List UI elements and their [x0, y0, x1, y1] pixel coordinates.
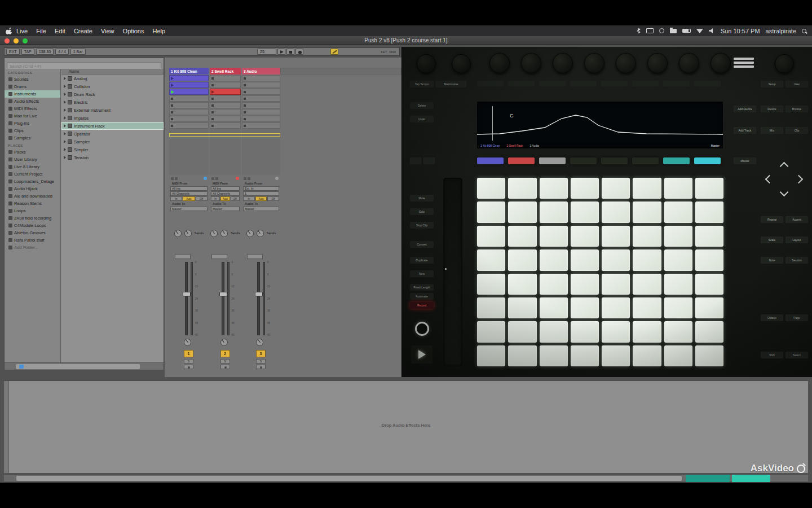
send-b-knob[interactable]: [184, 230, 192, 237]
category-row[interactable]: Samples: [5, 134, 60, 142]
category-row[interactable]: Instruments: [5, 90, 60, 98]
category-row[interactable]: Drums: [5, 83, 60, 90]
transport-field[interactable]: EXT: [6, 49, 20, 55]
menu-item[interactable]: File: [36, 28, 46, 34]
send-a-knob[interactable]: [174, 230, 182, 237]
clip-slot[interactable]: [242, 116, 280, 122]
menu-item[interactable]: Live: [16, 28, 28, 34]
stop-button[interactable]: [286, 49, 294, 55]
category-row[interactable]: MIDI Effects: [5, 105, 60, 112]
monitor-in[interactable]: In: [211, 196, 220, 201]
disclosure-triangle-icon[interactable]: [64, 116, 66, 120]
monitor-off[interactable]: Off: [196, 196, 208, 201]
display-icon[interactable]: [646, 28, 654, 33]
clip-slot[interactable]: [210, 95, 241, 102]
place-row[interactable]: Reason Stems: [5, 200, 60, 207]
battery-icon[interactable]: [682, 29, 691, 33]
disclosure-triangle-icon[interactable]: [64, 148, 66, 151]
name-column-header[interactable]: Name: [61, 69, 164, 75]
monitor-in[interactable]: In: [170, 196, 182, 201]
disclosure-triangle-icon[interactable]: [64, 77, 66, 80]
send-a-knob[interactable]: [210, 230, 218, 237]
clip-slot[interactable]: [169, 89, 209, 95]
draw-mode-button[interactable]: [330, 49, 338, 55]
monitor-off[interactable]: Off: [231, 196, 240, 201]
monitor-in[interactable]: In: [243, 196, 255, 201]
disclosure-triangle-icon[interactable]: [64, 140, 66, 143]
output-routing-chooser[interactable]: Master: [211, 207, 240, 211]
clip-slot[interactable]: [242, 82, 280, 88]
monitor-auto[interactable]: Auto: [183, 196, 195, 201]
input-routing-chooser[interactable]: All Ins: [211, 186, 240, 191]
send-b-knob[interactable]: [257, 230, 264, 237]
device-row[interactable]: Instrument Rack: [61, 122, 164, 130]
send-a-knob[interactable]: [246, 230, 254, 237]
menu-item[interactable]: Options: [123, 28, 144, 34]
device-row[interactable]: Tension: [61, 154, 164, 161]
clip-slot[interactable]: [169, 75, 209, 81]
track-activator[interactable]: 3: [256, 350, 266, 357]
menu-item[interactable]: View: [101, 28, 114, 34]
input-routing-chooser[interactable]: All Ins: [170, 186, 208, 191]
solo-button[interactable]: S: [256, 359, 266, 364]
clip-slot[interactable]: [210, 122, 241, 129]
pan-knob[interactable]: [256, 339, 263, 346]
track-activator[interactable]: 1: [184, 350, 193, 357]
transport-field[interactable]: TAP: [21, 49, 34, 55]
clip-slot[interactable]: [242, 109, 280, 115]
apple-menu-icon[interactable]: [6, 27, 13, 34]
place-row[interactable]: Ableton Grooves: [5, 229, 60, 237]
monitor-auto[interactable]: Auto: [255, 196, 267, 201]
monitor-off[interactable]: Off: [267, 196, 279, 201]
volume-value[interactable]: [211, 254, 227, 259]
clip-slot[interactable]: [242, 89, 280, 95]
device-row[interactable]: Electric: [61, 98, 164, 106]
track-activator[interactable]: 2: [220, 350, 230, 357]
volume-icon[interactable]: [709, 28, 715, 33]
track-header[interactable]: 1 Kit-808 Clean: [169, 68, 209, 75]
device-row[interactable]: Simpler: [61, 146, 164, 154]
zoom-button[interactable]: [23, 38, 28, 43]
send-b-knob[interactable]: [220, 230, 228, 237]
disclosure-triangle-icon[interactable]: [64, 108, 66, 112]
menu-item[interactable]: Help: [153, 28, 166, 34]
transport-field[interactable]: 4 / 4: [55, 49, 69, 55]
bluetooth-icon[interactable]: [637, 28, 641, 34]
scrollbar-thumb[interactable]: [16, 476, 682, 481]
clip-slot[interactable]: [169, 82, 209, 88]
clip-slot[interactable]: [210, 102, 241, 108]
input-channel-chooser[interactable]: All Channels: [170, 191, 208, 196]
device-row[interactable]: External Instrument: [61, 106, 164, 114]
clip-slot[interactable]: [210, 75, 241, 81]
arm-button[interactable]: [184, 365, 193, 369]
place-row[interactable]: User Library: [5, 156, 60, 163]
fader-handle[interactable]: [255, 292, 263, 296]
input-channel-chooser[interactable]: 1: [243, 191, 279, 196]
category-row[interactable]: Plug-ins: [5, 120, 60, 127]
device-row[interactable]: Sampler: [61, 138, 164, 146]
device-row[interactable]: Operator: [61, 130, 164, 138]
disclosure-triangle-icon[interactable]: [64, 156, 66, 159]
volume-fader[interactable]: [185, 262, 188, 335]
category-row[interactable]: Max for Live: [5, 112, 60, 120]
record-button[interactable]: [295, 49, 303, 55]
device-row[interactable]: Impulse: [61, 114, 164, 122]
clip-slot[interactable]: [169, 116, 209, 122]
browser-scrollbar-thumb[interactable]: [16, 364, 140, 369]
clip-slot[interactable]: [169, 122, 209, 129]
folder-icon[interactable]: [670, 29, 677, 33]
solo-button[interactable]: S: [220, 359, 230, 364]
category-row[interactable]: Audio Effects: [5, 98, 60, 105]
disclosure-triangle-icon[interactable]: [64, 85, 66, 88]
disclosure-triangle-icon[interactable]: [64, 100, 66, 104]
transport-field[interactable]: 1 Bar: [70, 49, 86, 55]
clip-slot[interactable]: [242, 95, 280, 102]
track-header[interactable]: 3 Audio: [242, 68, 280, 75]
clip-slot[interactable]: [169, 109, 209, 115]
device-row[interactable]: Drum Rack: [61, 90, 164, 98]
place-row[interactable]: 2Rull field recording: [5, 214, 60, 222]
clip-slot[interactable]: [242, 102, 280, 108]
wifi-icon[interactable]: [696, 28, 703, 33]
minimize-button[interactable]: [14, 38, 19, 43]
clip-slot[interactable]: [242, 122, 280, 129]
